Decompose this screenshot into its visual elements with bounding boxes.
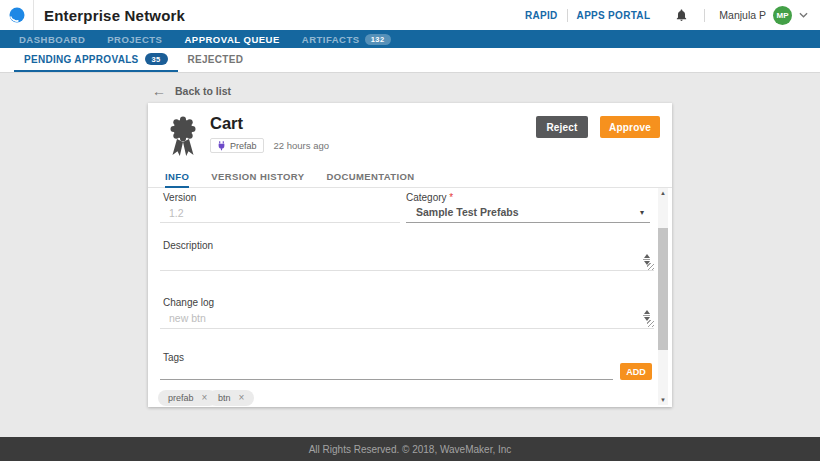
version-label: Version <box>163 192 196 203</box>
add-tag-button[interactable]: ADD <box>620 363 652 380</box>
changelog-resize-grip[interactable] <box>647 320 654 327</box>
description-underline <box>160 270 654 271</box>
version-underline <box>160 222 400 223</box>
info-form: Version 1.2 Category * Sample Test Prefa… <box>148 188 672 407</box>
wavemaker-logo-icon <box>8 6 26 24</box>
version-input[interactable]: 1.2 <box>169 207 184 219</box>
nav-label: APPROVAL QUEUE <box>184 34 279 45</box>
form-scrollbar[interactable]: ▲ ▼ <box>658 188 668 405</box>
tab-version-history[interactable]: VERSION HISTORY <box>211 167 304 188</box>
nav-item-dashboard[interactable]: DASHBOARD <box>8 30 96 48</box>
artifacts-count-badge: 132 <box>365 34 391 45</box>
approve-button[interactable]: Approve <box>600 116 660 138</box>
artifact-title: Cart <box>210 114 243 133</box>
tab-pending-approvals[interactable]: PENDING APPROVALS 35 <box>14 48 178 72</box>
back-to-list-link[interactable]: ← Back to list <box>152 84 231 98</box>
type-badge-label: Prefab <box>230 141 257 151</box>
logo <box>0 0 34 30</box>
copyright-text: All Rights Reserved. © 2018, WaveMaker, … <box>309 444 512 455</box>
artifact-detail-card: Cart Prefab 22 hours ago Reject Approve … <box>148 103 672 407</box>
award-rosette-icon <box>166 115 200 159</box>
remove-tag-icon[interactable]: × <box>239 393 245 403</box>
tab-rejected[interactable]: REJECTED <box>178 48 254 72</box>
card-tabs: INFO VERSION HISTORY DOCUMENTATION <box>148 167 672 188</box>
app-title: Enterprise Network <box>44 7 185 24</box>
description-label: Description <box>163 240 213 251</box>
sub-nav: PENDING APPROVALS 35 REJECTED <box>0 48 820 73</box>
required-asterisk: * <box>449 192 453 203</box>
subnav-label: REJECTED <box>188 54 244 65</box>
description-resize-grip[interactable] <box>647 263 654 270</box>
changelog-label: Change log <box>163 297 214 308</box>
user-name: Manjula P <box>719 9 766 21</box>
subnav-label: PENDING APPROVALS <box>24 54 139 65</box>
top-header: Enterprise Network RAPID APPS PORTAL Man… <box>0 0 820 30</box>
nav-label: ARTIFACTS <box>302 34 360 45</box>
topbar-right: RAPID APPS PORTAL Manjula P MP <box>516 0 820 30</box>
nav-label: DASHBOARD <box>19 34 85 45</box>
pending-count-badge: 35 <box>145 53 168 65</box>
tag-chip: btn × <box>208 390 254 406</box>
back-arrow-icon: ← <box>152 84 166 98</box>
timestamp: 22 hours ago <box>274 140 329 151</box>
tag-label: prefab <box>168 393 194 403</box>
nav-item-approval-queue[interactable]: APPROVAL QUEUE <box>173 30 290 48</box>
nav-item-artifacts[interactable]: ARTIFACTS 132 <box>291 30 402 48</box>
tag-label: btn <box>218 393 231 403</box>
avatar: MP <box>773 6 792 25</box>
tab-info[interactable]: INFO <box>165 167 189 188</box>
type-badge: Prefab <box>210 138 264 153</box>
nav-item-projects[interactable]: PROJECTS <box>96 30 173 48</box>
tags-label: Tags <box>163 352 184 363</box>
select-caret-icon[interactable]: ▾ <box>640 208 644 217</box>
bell-icon <box>675 8 688 22</box>
screen: Enterprise Network RAPID APPS PORTAL Man… <box>0 0 820 461</box>
nav-label: PROJECTS <box>107 34 162 45</box>
chevron-down-icon <box>799 12 808 18</box>
category-label-text: Category <box>406 192 447 203</box>
apps-portal-link[interactable]: APPS PORTAL <box>568 10 660 21</box>
back-link-label: Back to list <box>175 85 231 97</box>
remove-tag-icon[interactable]: × <box>202 393 208 403</box>
category-select[interactable]: Sample Test Prefabs <box>416 206 519 218</box>
footer: All Rights Reserved. © 2018, WaveMaker, … <box>0 437 820 461</box>
changelog-underline <box>160 328 654 329</box>
category-label: Category * <box>406 192 453 203</box>
rapid-link[interactable]: RAPID <box>516 10 567 21</box>
tab-documentation[interactable]: DOCUMENTATION <box>326 167 414 188</box>
reject-button[interactable]: Reject <box>536 116 588 138</box>
tags-input[interactable] <box>160 379 613 380</box>
category-underline <box>406 222 650 223</box>
meta-row: Prefab 22 hours ago <box>210 138 329 153</box>
changelog-textarea[interactable]: new btn <box>169 312 206 324</box>
main-nav: DASHBOARD PROJECTS APPROVAL QUEUE ARTIFA… <box>0 30 820 48</box>
scroll-down-icon[interactable]: ▼ <box>660 395 666 405</box>
scroll-up-icon[interactable]: ▲ <box>660 188 666 198</box>
notifications-button[interactable] <box>659 8 704 22</box>
scrollbar-thumb[interactable] <box>658 228 668 350</box>
prefab-plug-icon <box>217 141 226 151</box>
user-menu[interactable]: Manjula P MP <box>705 6 808 25</box>
